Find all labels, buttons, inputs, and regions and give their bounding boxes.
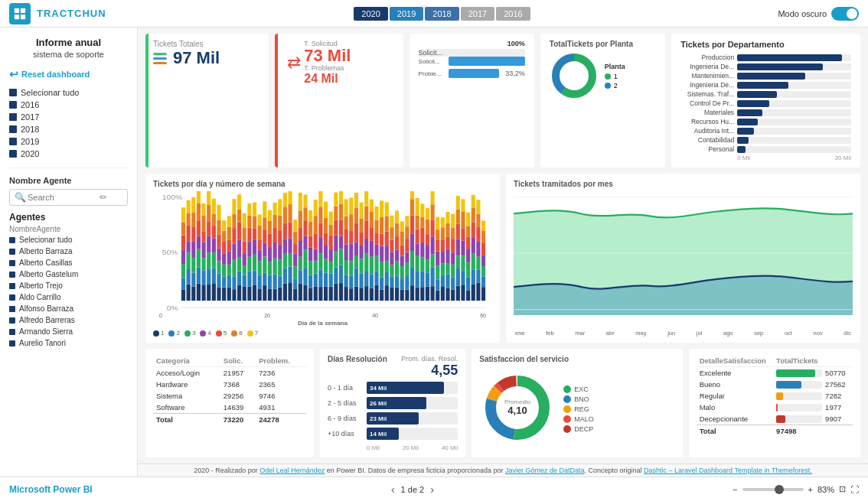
dept-row-aud: Auditoria Int... [680,127,851,135]
agente-item-8[interactable]: Armando Sierra [0,326,137,337]
svg-rect-283 [374,207,378,220]
filter-item-2020[interactable]: 2020 [9,148,128,160]
filter-item-2019[interactable]: 2019 [9,135,128,148]
next-page-button[interactable]: › [430,483,434,496]
svg-rect-104 [247,257,251,272]
agente-item-3[interactable]: Alberto Gastelum [0,268,137,280]
author2-link[interactable]: Javier Gómez de DatData [505,467,585,474]
svg-rect-133 [268,247,272,262]
svg-rect-107 [247,216,251,228]
footer-nav: ‹ 1 de 2 › [391,483,434,496]
svg-rect-63 [217,248,220,261]
agente-item-4[interactable]: Alberto Trejo [0,280,137,291]
svg-rect-91 [237,240,241,257]
satisf-title: Satisfaccion del servicio [479,355,674,363]
toggle-switch[interactable] [831,7,859,21]
svg-rect-179 [303,285,307,301]
svg-rect-275 [370,211,374,227]
svg-rect-425 [481,276,485,287]
svg-rect-92 [237,222,241,239]
edit-icon[interactable]: ✏ [100,192,107,203]
dark-mode-toggle[interactable]: Modo oscuro [778,7,859,21]
year-tab-2020[interactable]: 2020 [354,7,387,21]
power-bi-label[interactable]: Microsoft Power BI [9,484,93,495]
planta-donut-svg [550,51,599,100]
filter-item-all[interactable]: Selecionar tudo [9,86,128,99]
svg-rect-14 [181,250,185,264]
year-tab-2019[interactable]: 2019 [390,7,423,21]
svg-rect-58 [212,214,216,226]
svg-rect-181 [303,249,307,268]
svg-rect-242 [349,288,353,301]
svg-rect-405 [466,262,470,278]
svg-rect-386 [451,239,455,252]
svg-rect-73 [222,220,226,230]
svg-rect-254 [354,208,358,223]
dept-axis-start: 0 Mil [737,155,750,161]
reset-dashboard-button[interactable]: ↩ Reset dashboard [0,65,137,83]
svg-rect-136 [268,210,272,221]
svg-rect-360 [431,191,435,204]
svg-rect-121 [258,226,262,239]
svg-rect-35 [197,236,201,249]
agente-item-1[interactable]: Alberto Barraza [0,246,137,257]
agente-item-9[interactable]: Aurelio Tanori [0,337,137,349]
search-input[interactable] [28,193,96,202]
svg-rect-112 [253,240,256,255]
svg-rect-180 [303,268,307,285]
stacked-chart-area: 100% 50% 0% [153,191,492,313]
svg-rect-18 [187,285,191,301]
year-tab-2018[interactable]: 2018 [425,7,458,21]
res-prom-label: Prom. días. Resol. [401,355,458,363]
year-tab-2016[interactable]: 2016 [496,7,530,21]
col-solic: Solic. [220,355,256,367]
svg-rect-259 [359,246,363,259]
satisf-leg-bno: BNO [563,395,594,403]
page-indicator: 1 de 2 [401,485,425,494]
prev-page-button[interactable]: ‹ [391,483,395,496]
agente-item-5[interactable]: Aldo Carrillo [0,291,137,303]
zoom-minus[interactable]: − [733,485,737,494]
filter-item-2017[interactable]: 2017 [9,111,128,123]
svg-rect-123 [263,285,266,301]
fullscreen-icon[interactable]: ⛶ [850,485,859,494]
agente-item-2[interactable]: Alberto Casillas [0,257,137,268]
zoom-slider[interactable] [742,488,804,491]
svg-rect-176 [299,228,302,241]
svg-rect-147 [278,245,282,259]
zoom-plus[interactable]: + [808,485,813,494]
agente-item-7[interactable]: Alfredo Barreras [0,314,137,326]
svg-rect-272 [370,257,374,275]
author1-link[interactable]: Odel Leal Hernández [259,467,325,474]
planta-2-label: 2 [614,82,618,89]
svg-rect-146 [278,259,282,275]
bar-solicit-bg: Solicit... [419,49,525,57]
agente-item-6[interactable]: Alfonso Barraza [0,303,137,314]
svg-rect-130 [268,288,272,301]
svg-rect-324 [405,226,409,239]
svg-rect-95 [243,287,246,301]
checkbox-2018 [9,125,17,133]
svg-rect-144 [278,288,282,301]
svg-rect-60 [217,287,220,301]
svg-rect-335 [416,256,419,272]
search-box[interactable]: 🔍 ✏ [9,189,128,206]
svg-rect-74 [227,287,231,301]
svg-rect-396 [461,285,465,301]
svg-rect-304 [390,216,393,227]
filter-item-2018[interactable]: 2018 [9,123,128,135]
agente-item-all[interactable]: Selecionar tudo [0,234,137,246]
year-tab-2017[interactable]: 2017 [461,7,494,21]
filter-item-2016[interactable]: 2016 [9,99,128,111]
toggle-knob [847,8,857,19]
template-link[interactable]: Dashtic – Laravel Dashboard Template in … [644,467,812,474]
svg-rect-271 [370,274,374,288]
checkbox-2020 [9,150,17,158]
svg-rect-81 [232,289,236,301]
fit-page-icon[interactable]: ⊡ [839,484,846,494]
svg-rect-320 [405,276,409,290]
svg-rect-357 [431,236,435,254]
svg-rect-24 [187,200,191,213]
svg-rect-251 [354,255,358,268]
table-row: Sistema292569746 [153,390,306,402]
